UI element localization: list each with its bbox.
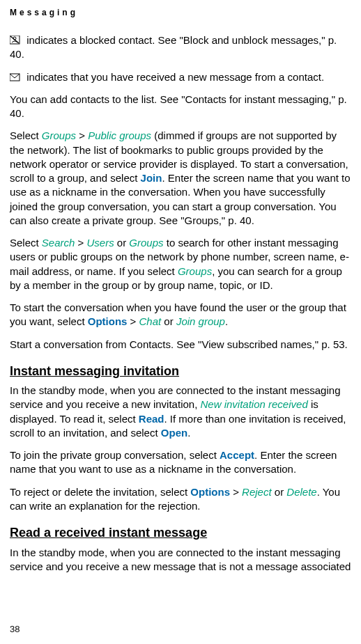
blocked-contact-icon [10, 35, 21, 45]
text: . [187, 427, 190, 439]
groups-link: Groups [129, 237, 163, 249]
accept-action: Accept [220, 449, 254, 461]
para-new-message: indicates that you have received a new m… [10, 70, 351, 84]
search-link: Search [42, 237, 75, 249]
join-action: Join [141, 172, 162, 184]
chat-link: Chat [139, 315, 162, 327]
para-add-contacts: You can add contacts to the list. See "C… [10, 93, 351, 121]
heading-invitation: Instant messaging invitation [10, 363, 351, 379]
para-select-search: Select Search > Users or Groups to searc… [10, 236, 351, 292]
text: Select [10, 237, 42, 249]
groups-link: Groups [42, 129, 76, 141]
groups-link-2: Groups [178, 265, 212, 277]
text: or [161, 315, 176, 327]
text: indicates that you have received a new m… [24, 71, 324, 83]
text: indicates a blocked contact. See "Block … [10, 34, 337, 60]
open-action: Open [161, 427, 187, 439]
para-invitation-3: To reject or delete the invitation, sele… [10, 485, 351, 514]
text: > [75, 237, 86, 249]
page-number: 38 [10, 623, 20, 636]
users-link: Users [87, 237, 114, 249]
para-blocked-contact: indicates a blocked contact. See "Block … [10, 33, 351, 62]
para-invitation-2: To join the private group conversation, … [10, 448, 351, 477]
para-invitation-1: In the standby mode, when you are connec… [10, 384, 351, 440]
new-message-icon [10, 72, 21, 81]
text: or [272, 486, 287, 498]
text: . [225, 315, 228, 327]
text: > [127, 315, 139, 327]
para-select-groups: Select Groups > Public groups (dimmed if… [10, 129, 351, 228]
public-groups-link: Public groups [88, 129, 151, 141]
heading-read-message: Read a received instant message [10, 524, 351, 541]
new-invitation-link: New invitation received [200, 398, 307, 410]
text: or [114, 237, 130, 249]
options-action: Options [190, 486, 230, 498]
text: > [230, 486, 242, 498]
read-action: Read [139, 413, 164, 425]
reject-link: Reject [242, 486, 272, 498]
page-header: Messaging [10, 7, 351, 18]
text: To join the private group conversation, … [10, 449, 220, 461]
text: Select [10, 129, 42, 141]
para-read-message: In the standby mode, when you are connec… [10, 546, 351, 574]
text: To reject or delete the invitation, sele… [10, 486, 190, 498]
delete-link: Delete [286, 486, 316, 498]
text: > [76, 129, 88, 141]
para-start-from-contacts: Start a conversation from Contacts. See … [10, 338, 351, 352]
para-start-conversation: To start the conversation when you have … [10, 301, 351, 329]
options-action: Options [88, 315, 128, 327]
join-group-link: Join group [176, 315, 225, 327]
